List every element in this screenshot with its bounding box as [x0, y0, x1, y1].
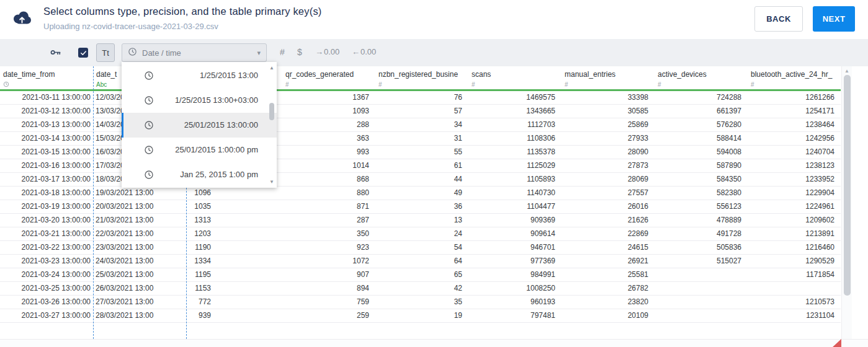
table-row[interactable]: 2021-03-19 13:00:0020/03/2021 13:0010358… [0, 200, 841, 214]
dropdown-scrollbar[interactable]: ▲ ▼ [267, 63, 276, 187]
table-row[interactable]: 2021-03-20 13:00:0021/03/2021 13:0013132… [0, 214, 841, 227]
table-row[interactable]: 2021-03-24 13:00:0025/03/2021 13:0011959… [0, 268, 841, 282]
column-header[interactable]: date_tAbc [96, 70, 117, 89]
table-cell: 363 [282, 132, 369, 146]
table-cell: 2021-03-22 13:00:00 [0, 241, 91, 255]
include-column-checkbox[interactable] [78, 48, 88, 58]
table-cell [655, 296, 741, 309]
table-row[interactable]: 2021-03-21 13:00:0022/03/2021 13:0012033… [0, 227, 841, 241]
table-cell: 1216460 [748, 241, 834, 255]
table-cell: 287 [282, 214, 369, 227]
table-cell: 2021-03-16 13:00:00 [0, 159, 91, 173]
table-cell: 2021-03-19 13:00:00 [0, 200, 91, 214]
table-cell: 923 [282, 241, 369, 255]
table-cell: 28069 [562, 173, 648, 187]
format-option[interactable]: 25/01/2015 1:00:00 pm [122, 138, 277, 162]
table-cell: 23820 [562, 296, 648, 309]
table-cell: 42 [375, 282, 462, 296]
table-row[interactable]: 2021-03-27 13:00:0028/03/2021 13:0093925… [0, 309, 841, 323]
column-header[interactable]: nzbn_registered_busine# [378, 70, 458, 89]
checkmark-icon [80, 50, 87, 56]
vertical-scrollbar-thumb[interactable] [844, 75, 851, 296]
increase-precision-button[interactable]: →0.00 [315, 47, 339, 56]
table-cell: 21626 [562, 214, 648, 227]
table-cell: 34 [375, 118, 462, 132]
table-cell: 880 [282, 187, 369, 200]
vertical-scrollbar[interactable]: ▲ [841, 66, 852, 339]
back-button[interactable]: BACK [754, 6, 803, 32]
increase-precision-label: 0.00 [324, 47, 339, 56]
table-cell: 24615 [562, 241, 648, 255]
decrease-precision-button[interactable]: ←0.00 [352, 47, 376, 56]
table-cell: 1195 [149, 268, 211, 282]
table-row[interactable]: 2021-03-18 13:00:0019/03/2021 13:0010968… [0, 187, 841, 200]
column-header[interactable]: scans# [472, 70, 491, 89]
column-type-icon: # [285, 81, 354, 89]
table-cell: 1190 [149, 241, 211, 255]
scroll-corner-marker [833, 339, 841, 347]
table-cell: 26921 [562, 255, 648, 268]
scroll-down-icon[interactable]: ▼ [269, 179, 274, 185]
upload-status-text: Uploading nz-covid-tracer-usage-2021-03-… [43, 22, 218, 31]
dropdown-scrollbar-thumb[interactable] [269, 103, 274, 120]
table-cell: 35 [375, 296, 462, 309]
table-cell: 584350 [655, 173, 741, 187]
column-name: date_t [96, 70, 117, 79]
table-cell: 939 [149, 309, 211, 323]
table-row[interactable]: 2021-03-22 13:00:0023/03/2021 13:0011909… [0, 241, 841, 255]
column-type-icon: Abc [96, 81, 117, 89]
scroll-up-icon[interactable]: ▲ [844, 68, 849, 74]
column-type-icon: # [751, 81, 832, 89]
table-cell: 515027 [655, 255, 741, 268]
table-cell: 1140730 [468, 187, 555, 200]
table-cell: 44 [375, 173, 462, 187]
date-format-dropdown: 1/25/2015 13:001/25/2015 13:00+03:0025/0… [122, 62, 277, 188]
table-cell: 30585 [562, 105, 648, 118]
text-type-button[interactable]: Tt [96, 43, 115, 62]
table-cell: 61 [375, 159, 462, 173]
column-header[interactable]: manual_entries# [565, 70, 615, 89]
table-cell: 993 [282, 146, 369, 159]
format-option[interactable]: 1/25/2015 13:00+03:00 [122, 88, 277, 113]
column-type-select[interactable]: Date / time ▾ [122, 43, 267, 62]
column-header[interactable]: qr_codes_generated# [285, 70, 354, 89]
table-cell: 1254171 [748, 105, 834, 118]
table-cell: 1334 [149, 255, 211, 268]
currency-type-button[interactable]: $ [297, 47, 302, 57]
table-cell: 288 [282, 118, 369, 132]
table-cell: 1105893 [468, 173, 555, 187]
primary-key-icon[interactable] [50, 46, 61, 61]
table-row[interactable]: 2021-03-23 13:00:0024/03/2021 13:0013341… [0, 255, 841, 268]
table-cell: 1096 [149, 187, 211, 200]
table-cell: 1035 [149, 200, 211, 214]
table-cell: 588414 [655, 132, 741, 146]
column-header[interactable]: date_time_from [3, 70, 55, 89]
chevron-down-icon: ▾ [257, 49, 261, 57]
column-name: manual_entries [565, 70, 615, 79]
table-cell: 2021-03-25 13:00:00 [0, 282, 91, 296]
column-header[interactable]: bluetooth_active_24_hr_# [751, 70, 832, 89]
format-option-label: 1/25/2015 13:00 [200, 63, 258, 88]
table-cell: 797481 [468, 309, 555, 323]
number-type-button[interactable]: # [280, 47, 285, 57]
table-cell: 1261266 [748, 91, 834, 105]
next-button[interactable]: NEXT [813, 6, 855, 32]
table-cell: 31 [375, 132, 462, 146]
table-cell: 1008250 [468, 282, 555, 296]
table-row[interactable]: 2021-03-25 13:00:0026/03/2021 13:0011538… [0, 282, 841, 296]
table-cell: 1231104 [748, 309, 834, 323]
table-cell: 350 [282, 227, 369, 241]
scroll-up-icon[interactable]: ▲ [269, 65, 274, 71]
table-cell: 65 [375, 268, 462, 282]
horizontal-scrollbar[interactable] [0, 339, 868, 347]
column-header[interactable]: active_devices# [658, 70, 707, 89]
table-cell: 2021-03-21 13:00:00 [0, 227, 91, 241]
format-option[interactable]: 1/25/2015 13:00 [122, 63, 277, 88]
table-cell [748, 282, 834, 296]
format-option[interactable]: Jan 25, 2015 1:00 pm [122, 162, 277, 187]
table-cell: 594008 [655, 146, 741, 159]
table-cell: 1224961 [748, 200, 834, 214]
table-cell: 49 [375, 187, 462, 200]
format-option[interactable]: 25/01/2015 13:00:00 [122, 113, 277, 138]
table-row[interactable]: 2021-03-26 13:00:0027/03/2021 13:0077275… [0, 296, 841, 309]
